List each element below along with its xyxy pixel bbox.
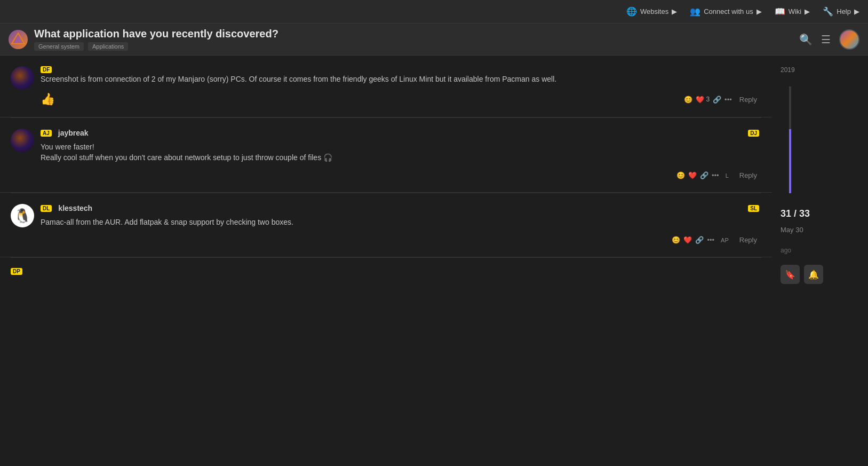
header-right: 🔍 ☰ [799,29,859,50]
reaction-link-3[interactable]: 🔗 [695,236,704,244]
header-title-area: What application have you recently disco… [34,28,278,51]
post-meta-2: AJ jaybreak DJ [41,129,761,137]
timeline-progress: 31 / 33 [781,208,810,219]
nav-websites[interactable]: 🌐 Websites ▶ [626,6,677,17]
reactions-row: 😊 ❤️ 3 🔗 ••• Reply [684,93,761,106]
book-icon: 📖 [775,6,785,17]
nav-websites-label: Websites [640,7,668,15]
post-author-3: klesstech [58,204,92,212]
content-area: DF Screenshot is from connection of 2 of… [0,56,772,295]
reaction-emoji-2[interactable]: 😊 [676,171,685,179]
reaction-more-2[interactable]: ••• [712,171,719,179]
header-left: What application have you recently disco… [9,28,278,51]
nav-wiki[interactable]: 📖 Wiki ▶ [775,6,810,17]
post-number-badge-2: AJ [41,130,52,137]
reaction-heart-3[interactable]: ❤️ [683,236,692,244]
post-body-3: Pamac-all from the AUR. Add flatpak & sn… [41,218,761,226]
post-dj-badge: DJ [748,130,759,137]
reaction-heart[interactable]: ❤️ 3 [696,96,710,104]
reply-button[interactable]: Reply [735,93,761,106]
post-sl-badge: SL [748,205,759,212]
post-item: DF Screenshot is from connection of 2 of… [0,56,772,117]
bottom-area: DP [0,258,772,283]
reaction-l: L [722,170,732,181]
post-text-3: Pamac-all from the AUR. Add flatpak & sn… [41,218,761,226]
post-avatar-area [11,66,34,106]
hamburger-menu-button[interactable]: ☰ [821,33,831,46]
post-avatar[interactable] [11,66,34,90]
tag-applications[interactable]: Applications [88,42,128,51]
bottom-dp-badge: DP [11,268,22,275]
timeline-date: May 30 [781,226,803,234]
tag-general-system[interactable]: General system [34,42,84,51]
reactions-row-3: 😊 ❤️ 🔗 ••• AP Reply [672,234,761,246]
post-avatar-2[interactable] [11,129,34,152]
post-actions-3: 😊 ❤️ 🔗 ••• AP Reply [41,234,761,246]
timeline-sidebar: 2019 31 / 33 May 30 ago 🔖 🔔 [772,56,868,295]
post-actions: 👍 😊 ❤️ 3 🔗 ••• Reply [41,92,761,106]
penguin-icon: 🐧 [14,208,31,224]
post-body: Screenshot is from connection of 2 of my… [41,73,761,85]
reaction-heart-2[interactable]: ❤️ [688,171,697,179]
bookmark-button[interactable]: 🔖 [781,265,800,284]
post-avatar-area-3: 🐧 [11,204,34,246]
post-text-line2: Really cool stuff when you don't care ab… [41,153,761,162]
post-body-2: You were faster! Really cool stuff when … [41,143,761,162]
site-logo[interactable] [9,30,28,49]
post-item-3: 🐧 DL klesstech SL Pamac-all fro [0,193,772,257]
timeline-ago: ago [781,247,791,254]
reactions-row-2: 😊 ❤️ 🔗 ••• L Reply [676,169,761,181]
post-item: AJ jaybreak DJ You were faster! Really c… [0,118,772,193]
reaction-link[interactable]: 🔗 [713,96,721,104]
reaction-more-3[interactable]: ••• [707,236,714,244]
header-tags: General system Applications [34,42,278,51]
timeline-bar [789,86,791,193]
chevron-icon: ▶ [672,7,677,15]
reaction-link-2[interactable]: 🔗 [700,171,708,179]
thumbsup-emoji: 👍 [41,92,55,106]
nav-connect[interactable]: 👥 Connect with us ▶ [690,6,762,17]
post-actions-2: 😊 ❤️ 🔗 ••• L Reply [41,169,761,181]
post-meta: DF [41,66,761,73]
nav-help[interactable]: 🔧 Help ▶ [823,6,859,17]
bell-button[interactable]: 🔔 [804,265,823,284]
nav-help-label: Help [837,7,851,15]
timeline-actions: 🔖 🔔 [781,265,823,284]
search-button[interactable]: 🔍 [799,33,813,46]
reaction-emoji-3[interactable]: 😊 [672,236,680,244]
post-text: Screenshot is from connection of 2 of my… [41,73,761,85]
reaction-more[interactable]: ••• [724,96,732,104]
nav-connect-label: Connect with us [704,7,753,15]
chevron-icon-wiki: ▶ [805,7,810,15]
timeline-bar-container [785,82,791,198]
main-layout: DF Screenshot is from connection of 2 of… [0,56,868,295]
chevron-icon-help: ▶ [854,7,859,15]
post-avatar-area-2 [11,129,34,181]
timeline-bar-fill [789,129,791,193]
wrench-icon: 🔧 [823,6,833,17]
user-avatar[interactable] [839,29,859,50]
page-title: What application have you recently disco… [34,28,278,40]
post-dl-badge: DL [41,205,52,212]
reply-button-2[interactable]: Reply [735,169,761,181]
post-author-2: jaybreak [58,129,89,137]
people-icon: 👥 [690,6,700,17]
post-meta-3: DL klesstech SL [41,204,761,212]
post-text-line1: You were faster! [41,143,761,151]
post-avatar-3[interactable]: 🐧 [11,204,34,227]
post-number-badge: DF [41,66,52,73]
reaction-ap: AP [718,235,732,246]
timeline-year: 2019 [781,66,795,74]
nav-wiki-label: Wiki [789,7,802,15]
chevron-icon-connect: ▶ [756,7,762,15]
top-nav: 🌐 Websites ▶ 👥 Connect with us ▶ 📖 Wiki … [0,0,868,23]
globe-icon: 🌐 [626,6,637,17]
header-bar: What application have you recently disco… [0,23,868,56]
reaction-emoji[interactable]: 😊 [684,96,692,104]
reply-button-3[interactable]: Reply [735,234,761,246]
